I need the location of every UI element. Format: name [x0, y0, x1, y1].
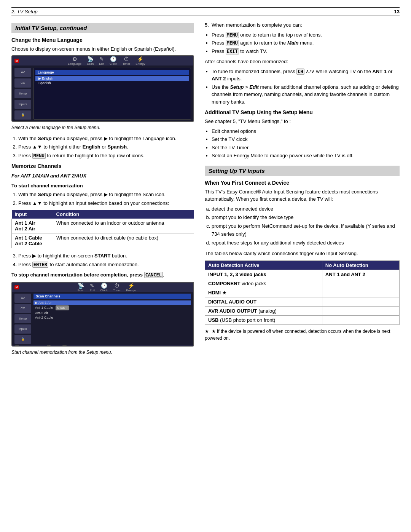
tables-clarify: The tables below clarify which connectio…	[205, 250, 400, 257]
input-table-row-1: Ant 1 AirAnt 2 Air When connected to an …	[12, 219, 194, 233]
right-column: 5. When memorization is complete you can…	[205, 21, 400, 359]
detect-footnote: ★ ★ If the device is powered off when co…	[205, 328, 400, 342]
detect-cell-3a: HDMI ★	[205, 288, 322, 297]
screen2-icon-row: 📡Scan ✎Edit 🕐Clock ⏱Timer ⚡Energy	[22, 283, 191, 292]
auto-detect-header: Auto Detection Active	[205, 260, 322, 270]
screen2-inputs-btn: Inputs	[14, 324, 31, 334]
screen1-logo: M	[14, 59, 19, 63]
screen2-select-hint: ⇆Select	[15, 345, 28, 347]
screen1-sidebar: AV CC Setup Inputs 🔒	[14, 68, 31, 120]
input-condition-table: Input Condition Ant 1 AirAnt 2 Air When …	[11, 210, 194, 248]
scan-item-3: Ant-2 Air	[33, 311, 191, 315]
mem-bullet-2: Press MENU again to return to the Main m…	[212, 39, 400, 47]
header-page-num: 13	[394, 9, 400, 14]
additional-bullet-1: Edit channel options	[212, 128, 400, 135]
detect-row-5: AVR AUDIO OUTPUT (analog)	[205, 306, 400, 315]
when-connect-item-b: prompt you to identify the device type	[212, 214, 400, 222]
condition-col-header: Condition	[53, 210, 194, 219]
input-table-header-row: Input Condition	[12, 210, 194, 219]
change-menu-steps: With the Setup menu displayed, press ▶ t…	[18, 135, 194, 160]
screen2-sidebar: AV CC Setup Inputs 🔒	[14, 294, 31, 344]
header-section: 2. TV Setup	[11, 9, 38, 14]
screen1-icon-timer: ⏱Timer	[123, 56, 130, 66]
screen1-icon-scan: 📡Scan	[87, 56, 94, 66]
left-section-header: Initial TV Setup, continued	[11, 23, 194, 33]
detect-row-1: INPUT 1, 2, 3 video jacks ANT 1 and ANT …	[205, 270, 400, 279]
screen1-cc-btn: CC	[14, 78, 31, 88]
screen1-caption: Select a menu language in the Setup menu…	[11, 124, 194, 131]
page-container: 2. TV Setup 13 Initial TV Setup, continu…	[0, 0, 411, 532]
memorize-step1: With the Setup menu displayed, press ▶ t…	[18, 191, 194, 198]
right-section-header: Setting Up TV Inputs	[205, 166, 400, 176]
screen2-help-hint: ?Help	[78, 345, 88, 347]
screen2-icon-energy: ⚡Energy	[126, 283, 135, 292]
screen1-lock-btn: 🔒	[14, 110, 31, 120]
screen2-main: Scan Channels ▶ Ant-1 Air Ant-1 Cable ST…	[33, 294, 191, 344]
when-connect-item-a: detect the connected device	[212, 205, 400, 213]
after-bullets: To tune to memorized channels, press CH …	[212, 68, 400, 106]
after-bullet-2: Use the Setup > Edit menu for additional…	[212, 83, 400, 106]
no-detect-header: No Auto Detection	[322, 260, 399, 270]
screen2-enter-hint: ⏎Enter	[47, 345, 59, 347]
input-cell-cable: Ant 1 CableAnt 2 Cable	[12, 233, 53, 248]
screen1-menu-spanish: Spanish	[35, 81, 189, 85]
after-memorized-title: After channels have been memorized:	[205, 58, 400, 66]
screen1-icon-row: ⚙Language 📡Scan ✎Edit 🕐Clock ⏱Timer ⚡Ene…	[22, 56, 191, 66]
scan-item-4: Ant-2 Cable	[33, 315, 191, 320]
screen2-icon-clock: 🕐Clock	[100, 283, 108, 292]
memorize-steps2: Press ▶ to highlight the on-screen START…	[18, 252, 194, 268]
screen2-icon-scan: 📡Scan	[77, 283, 84, 292]
condition-cell-ant1: When connected to an indoor or outdoor a…	[53, 219, 194, 233]
detect-row-4: DIGITAL AUDIO OUT	[205, 297, 400, 306]
memorize-step3: Press ▶ to highlight the on-screen START…	[18, 252, 194, 260]
screen1-setup-btn: Setup	[14, 89, 31, 98]
detect-cell-2a: COMPONENT video jacks	[205, 279, 322, 288]
mem-bullet-1: Press MENU once to return to the top row…	[212, 31, 400, 39]
additional-bullet-4: Select an Energy Mode to manage power us…	[212, 152, 400, 160]
detect-row-2: COMPONENT video jacks	[205, 279, 400, 288]
left-column: Initial TV Setup, continued Change the M…	[11, 21, 194, 359]
when-connect-body: This TV's Easy Connect® Auto Input Sensi…	[205, 188, 400, 203]
after-bullet-1: To tune to memorized channels, press CH …	[212, 68, 400, 83]
screen1-icon-energy: ⚡Energy	[135, 56, 145, 66]
condition-cell-cable: When connected to direct cable (no cable…	[53, 233, 194, 248]
screen2-caption: Start channel memorization from the Setu…	[11, 349, 194, 356]
additional-setup-see: See chapter 5, "TV Menu Settings," to :	[205, 118, 400, 125]
input-cell-ant1: Ant 1 AirAnt 2 Air	[12, 219, 53, 233]
screen1-av-btn: AV	[14, 68, 31, 77]
screen2-back-hint: ▣Back	[62, 345, 74, 347]
mem-complete-bullets: Press MENU once to return to the top row…	[212, 31, 400, 55]
screen2-logo: M	[14, 285, 19, 289]
memorize-title: Memorize Channels	[11, 163, 194, 169]
when-connect-list: detect the connected device prompt you t…	[212, 205, 400, 247]
screen1-mockup: M ⚙Language 📡Scan ✎Edit 🕐Clock ⏱Timer ⚡E…	[11, 55, 194, 122]
screen2-lock-btn: 🔒	[14, 335, 31, 344]
detect-row-3: HDMI ★	[205, 288, 400, 297]
detect-row-6: USB (USB photo port on front)	[205, 315, 400, 324]
change-menu-step2: Press ▲▼ to highlight either English or …	[18, 143, 194, 151]
screen1-icon-language: ⚙Language	[68, 56, 81, 66]
change-menu-title: Change the Menu Language	[11, 37, 194, 43]
scan-item-2: Ant-1 Cable START	[33, 305, 191, 311]
additional-bullets: Edit channel options Set the TV clock Se…	[212, 128, 400, 160]
scan-title: Scan Channels	[33, 294, 191, 299]
screen2-cc-btn: CC	[14, 304, 31, 313]
screen1-topbar: M ⚙Language 📡Scan ✎Edit 🕐Clock ⏱Timer ⚡E…	[12, 56, 193, 66]
detect-cell-2b	[322, 279, 399, 288]
detect-cell-6b	[322, 315, 399, 324]
memorize-sublabel: For ANT 1/MAIN and ANT 2/AUX	[11, 172, 194, 180]
mem-bullet-3: Press EXIT to watch TV.	[212, 48, 400, 55]
detection-table: Auto Detection Active No Auto Detection …	[205, 260, 400, 325]
change-menu-step3: Press MENU to return the highlight to th…	[18, 152, 194, 160]
two-col-layout: Initial TV Setup, continued Change the M…	[11, 21, 400, 359]
input-table-row-2: Ant 1 CableAnt 2 Cable When connected to…	[12, 233, 194, 248]
additional-setup-title: Additional TV Setup Using the Setup Menu	[205, 109, 400, 115]
when-connect-item-d: repeat these steps for any additional ne…	[212, 239, 400, 247]
detect-header-row: Auto Detection Active No Auto Detection	[205, 260, 400, 270]
change-menu-step1: With the Setup menu displayed, press ▶ t…	[18, 135, 194, 142]
screen2-mockup: M 📡Scan ✎Edit 🕐Clock ⏱Timer ⚡Energy AV C…	[11, 282, 194, 347]
screen2-move-hint: ↕Move	[32, 345, 43, 347]
detect-cell-5a: AVR AUDIO OUTPUT (analog)	[205, 306, 322, 315]
detect-cell-4b	[322, 297, 399, 306]
detect-cell-3b	[322, 288, 399, 297]
